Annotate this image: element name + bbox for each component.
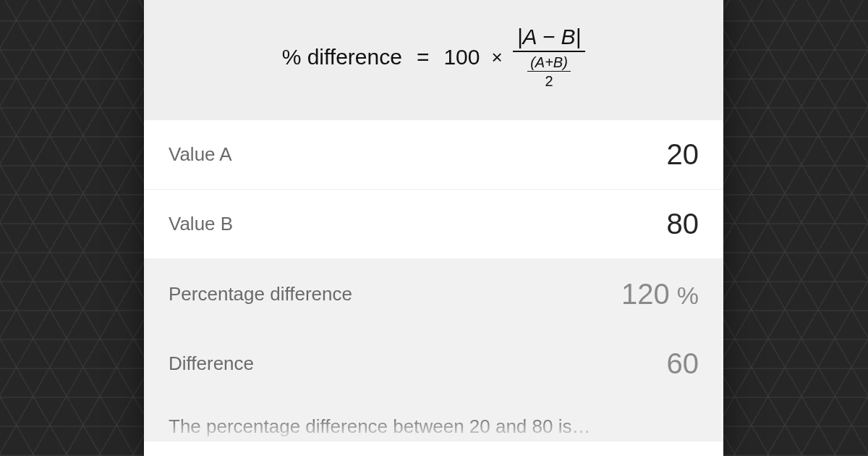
formula-numerator: |A − B| [513, 25, 586, 49]
output-percentage-difference: 120 % [621, 278, 699, 311]
subfraction-bar [527, 71, 571, 72]
formula-denominator: (A+B) 2 [523, 54, 575, 90]
formula-subfraction: (A+B) 2 [527, 55, 571, 88]
formula-panel: % difference = 100 × |A − B| (A+B) 2 [144, 0, 723, 120]
formula-fraction: |A − B| (A+B) 2 [513, 25, 586, 90]
row-value-b: Value B 80 [144, 190, 723, 259]
label-value-a: Value A [169, 143, 232, 166]
input-value-b[interactable]: 80 [667, 208, 699, 240]
label-value-b: Value B [169, 213, 233, 235]
row-value-a: Value A 20 [144, 120, 723, 190]
label-percentage-difference: Percentage difference [169, 283, 352, 305]
calculator-card: % difference = 100 × |A − B| (A+B) 2 Val… [144, 0, 723, 456]
output-difference: 60 [667, 347, 699, 380]
subfraction-numerator: (A+B) [527, 55, 571, 69]
formula-times: × [491, 46, 502, 69]
formula-lhs: % difference [282, 45, 402, 69]
input-value-a[interactable]: 20 [667, 138, 699, 171]
formula-equals: = [417, 45, 430, 69]
unit-percent: % [677, 282, 699, 310]
summary-text: The percentage difference between 20 and… [144, 398, 723, 442]
formula: % difference = 100 × |A − B| (A+B) 2 [282, 25, 586, 90]
formula-constant: 100 [443, 45, 480, 69]
subfraction-denominator: 2 [545, 73, 553, 88]
row-percentage-difference: Percentage difference 120 % [144, 259, 723, 329]
label-difference: Difference [169, 352, 254, 375]
fraction-bar [513, 51, 586, 52]
row-difference: Difference 60 [144, 329, 723, 398]
fade-overlay [144, 420, 723, 442]
